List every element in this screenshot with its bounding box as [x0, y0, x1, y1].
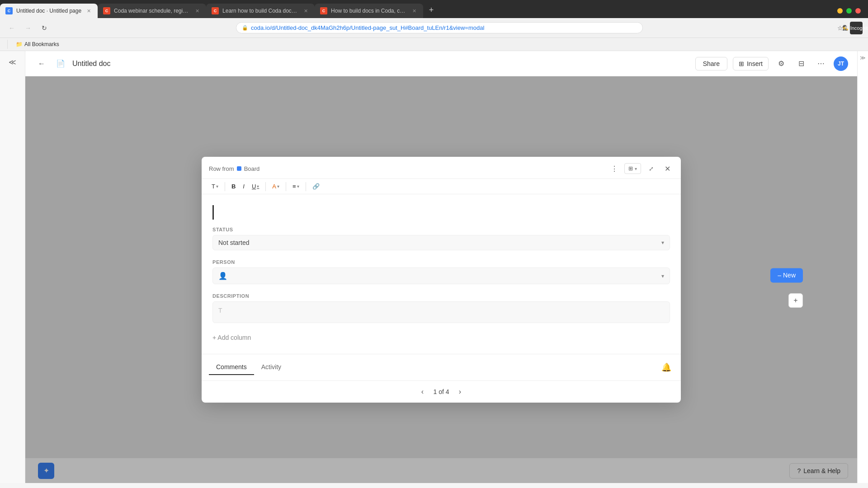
forward-button[interactable]: →	[22, 22, 34, 34]
add-row-button[interactable]: +	[788, 293, 803, 308]
status-value: Not started	[218, 239, 661, 246]
tab-3-close[interactable]: ✕	[302, 7, 309, 14]
link-button[interactable]: 🔗	[310, 182, 322, 191]
lock-icon: 🔒	[242, 25, 248, 31]
refresh-button[interactable]: ↻	[38, 22, 51, 34]
nav-back-button[interactable]: ←	[34, 56, 49, 71]
person-dropdown[interactable]: 👤 ▾	[212, 267, 670, 284]
underline-label: U	[252, 183, 256, 190]
tab-4[interactable]: C How to build docs in Coda, cre... ✕	[315, 4, 423, 18]
description-field-group: DESCRIPTION T	[212, 293, 670, 323]
bold-button[interactable]: B	[229, 182, 238, 191]
modal-source: Row from Board	[209, 165, 259, 172]
browser-chrome: C Untitled doc · Untitled page ✕ C Coda …	[0, 0, 868, 51]
tab-1[interactable]: C Untitled doc · Untitled page ✕	[0, 4, 98, 18]
modal-close-button[interactable]: ✕	[661, 162, 674, 175]
format-divider-3	[286, 182, 286, 191]
tab-bar: C Untitled doc · Untitled page ✕ C Coda …	[0, 0, 868, 18]
bookmarks-bar: 📁 All Bookmarks	[0, 38, 868, 51]
page-area: Row from Board ⋮ ⊞ ▾ ⤢ ✕	[25, 76, 857, 483]
tab-3[interactable]: C Learn how to build Coda docs... ✕	[206, 4, 315, 18]
new-tab-button[interactable]: +	[425, 4, 438, 16]
modal-actions: ⋮ ⊞ ▾ ⤢ ✕	[608, 162, 674, 175]
close-window-button[interactable]	[855, 8, 861, 14]
tab-2[interactable]: C Coda webinar schedule, regist... ✕	[98, 4, 206, 18]
next-page-button[interactable]: ›	[455, 386, 466, 397]
address-bar[interactable]: 🔒 coda.io/d/Untitled-doc_dk4MaGh2h6p/Unt…	[236, 22, 643, 33]
format-toolbar: T ▾ B I U ▾	[202, 179, 681, 194]
sidebar-toggle-button[interactable]: ≪	[5, 55, 20, 69]
link-icon: 🔗	[312, 183, 320, 190]
activity-tab[interactable]: Activity	[254, 360, 288, 375]
format-divider-4	[306, 182, 306, 191]
underline-button[interactable]: U ▾	[249, 182, 262, 191]
window-controls	[837, 8, 861, 14]
tabs-row: Comments Activity 🔔	[209, 360, 674, 375]
all-bookmarks[interactable]: 📁 All Bookmarks	[13, 40, 62, 48]
back-button[interactable]: ←	[5, 22, 18, 34]
tab-4-close[interactable]: ✕	[410, 7, 418, 14]
maximize-button[interactable]	[846, 8, 852, 14]
profile-label: Incognito	[850, 25, 868, 31]
insert-button[interactable]: ⊞ Insert	[733, 57, 769, 70]
text-color-button[interactable]: A ▾	[269, 182, 282, 191]
doc-title: Untitled doc	[72, 60, 111, 68]
new-button[interactable]: – New	[770, 268, 803, 282]
address-bar-actions: ☆ 🕵 Incognito	[834, 22, 863, 34]
tab-2-close[interactable]: ✕	[193, 7, 201, 14]
tab-3-title: Learn how to build Coda docs...	[222, 8, 298, 14]
tab-2-title: Coda webinar schedule, regist...	[114, 8, 190, 14]
description-input[interactable]: T	[212, 301, 670, 323]
doc-icon: 📄	[54, 57, 67, 70]
settings-button[interactable]: ⚙	[774, 56, 788, 71]
insert-label: Insert	[747, 60, 763, 67]
status-dropdown[interactable]: Not started ▾	[212, 235, 670, 250]
top-bar: ← 📄 Untitled doc Share ⊞ Insert ⚙ ⊟ ⋯ JT	[25, 51, 857, 76]
modal-overlay: Row from Board ⋮ ⊞ ▾ ⤢ ✕	[25, 76, 857, 483]
template-button[interactable]: ⊟	[794, 56, 808, 71]
minimize-button[interactable]	[837, 8, 843, 14]
sidebar: ≪	[0, 51, 25, 483]
main-content: ← 📄 Untitled doc Share ⊞ Insert ⚙ ⊟ ⋯ JT	[25, 51, 857, 483]
person-chevron-icon: ▾	[661, 273, 664, 279]
modal-more-options-button[interactable]: ⋮	[608, 162, 621, 175]
notification-bell-button[interactable]: 🔔	[659, 360, 674, 375]
description-placeholder-icon: T	[218, 307, 222, 314]
format-divider-2	[265, 182, 266, 191]
share-button[interactable]: Share	[695, 57, 727, 70]
underline-chevron-icon: ▾	[257, 184, 259, 189]
tab-1-close[interactable]: ✕	[85, 7, 92, 14]
browser-profile-button[interactable]: 🕵 Incognito	[850, 22, 863, 34]
tab-1-title: Untitled doc · Untitled page	[16, 8, 81, 14]
status-field-label: STATUS	[212, 227, 670, 232]
comments-tab[interactable]: Comments	[209, 360, 254, 375]
bookmarks-divider	[7, 40, 8, 49]
right-panel[interactable]: ≫	[857, 51, 868, 483]
modal-expand-button[interactable]: ⤢	[645, 162, 657, 175]
source-label: Row from	[209, 165, 234, 172]
app-container: ≪ ← 📄 Untitled doc Share ⊞ Insert ⚙ ⊟ ⋯ …	[0, 51, 868, 483]
add-column-button[interactable]: + Add column	[212, 332, 670, 343]
incognito-icon: 🕵	[842, 25, 849, 31]
source-board: Board	[244, 165, 260, 172]
italic-button[interactable]: I	[240, 182, 247, 191]
text-type-button[interactable]: T ▾	[209, 182, 221, 191]
modal-view-button[interactable]: ⊞ ▾	[624, 163, 641, 174]
right-panel-toggle-icon: ≫	[860, 55, 866, 61]
add-row-button-container: +	[788, 293, 803, 308]
address-bar-row: ← → ↻ 🔒 coda.io/d/Untitled-doc_dk4MaGh2h…	[0, 18, 868, 38]
add-column-label: + Add column	[212, 334, 251, 341]
row-title-area[interactable]	[212, 205, 670, 227]
view-chevron-icon: ▾	[635, 166, 637, 171]
text-type-chevron-icon: ▾	[216, 184, 218, 189]
more-button[interactable]: ⋯	[814, 56, 828, 71]
new-button-label: – New	[778, 272, 796, 279]
avatar[interactable]: JT	[834, 56, 848, 71]
tab-1-favicon: C	[5, 7, 13, 14]
tab-4-title: How to build docs in Coda, cre...	[331, 8, 407, 14]
modal-header: Row from Board ⋮ ⊞ ▾ ⤢ ✕	[202, 157, 681, 179]
view-icon: ⊞	[628, 165, 633, 172]
align-button[interactable]: ≡ ▾	[290, 182, 302, 191]
previous-page-button[interactable]: ‹	[417, 386, 428, 397]
person-field-label: PERSON	[212, 259, 670, 265]
